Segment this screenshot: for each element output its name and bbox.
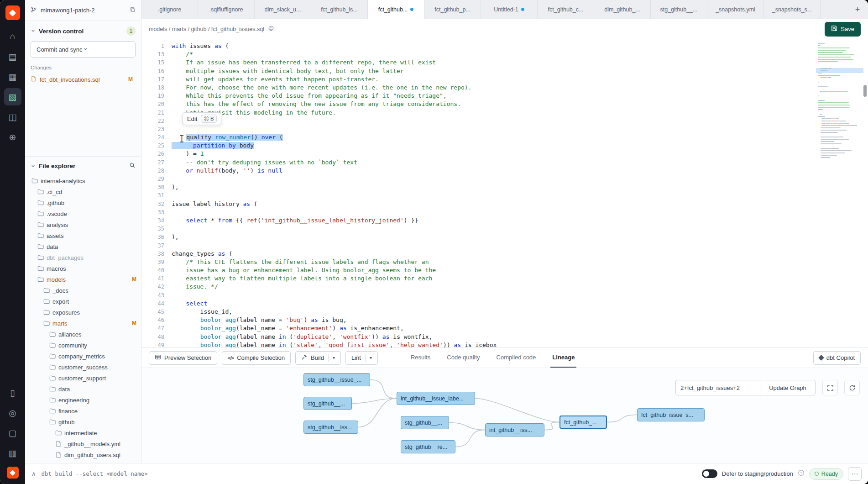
compile-selection-button[interactable]: </> Compile Selection <box>222 351 291 365</box>
code-line[interactable]: 21 Let's revisit this modeling in the fu… <box>141 109 814 117</box>
code-line[interactable]: 38change_types as ( <box>141 250 814 258</box>
status-badge[interactable]: Ready <box>809 468 843 480</box>
tree-item[interactable]: company_metrics <box>25 351 141 362</box>
code-line[interactable]: 19 While this prevents the old issue fro… <box>141 92 814 100</box>
editor-tab[interactable]: dim_slack_u... <box>255 0 311 19</box>
editor-tab[interactable]: .gitignore <box>141 0 198 19</box>
lineage-node[interactable]: stg_github__... <box>303 397 352 410</box>
dbt-copilot-button[interactable]: dbt Copilot <box>813 351 861 365</box>
develop-icon[interactable]: ▧ <box>4 88 21 105</box>
editor-tab[interactable]: _snapshots.yml <box>707 0 764 19</box>
lineage-node[interactable]: stg_github__re... <box>401 440 455 453</box>
version-control-header[interactable]: Version control 1 <box>31 26 136 36</box>
explore-icon[interactable]: ⊕ <box>4 128 21 146</box>
tree-item[interactable]: _docs <box>25 285 141 296</box>
deploy-icon[interactable]: ◫ <box>4 108 21 126</box>
tree-item[interactable]: export <box>25 296 141 307</box>
tree-item[interactable]: _github__models.yml <box>25 438 141 449</box>
editor-tab[interactable]: _snapshots_s... <box>764 0 821 19</box>
commit-and-sync-button[interactable]: Commit and sync <box>31 41 136 58</box>
fullscreen-button[interactable] <box>822 380 838 395</box>
lineage-node[interactable]: stg_github__... <box>401 416 449 429</box>
lineage-node[interactable]: int_github__issue_labe... <box>397 392 475 405</box>
code-line[interactable]: 22 <box>141 117 814 125</box>
panel-tab-results[interactable]: Results <box>409 348 432 368</box>
preview-selection-button[interactable]: Preview Selection <box>149 351 217 365</box>
code-line[interactable]: 26 ) = 1 <box>141 150 814 158</box>
file-explorer-header[interactable]: File explorer <box>25 156 141 175</box>
lineage-node[interactable]: int_github__iss... <box>485 423 544 437</box>
code-line[interactable]: 23 <box>141 125 814 133</box>
code-line[interactable]: 25 partition by body <box>141 142 814 150</box>
tree-item[interactable]: exposures <box>25 307 141 318</box>
lineage-node[interactable]: fct_github_... <box>559 416 607 429</box>
code-line[interactable]: 1with issues as ( <box>141 42 814 50</box>
tree-item[interactable]: data <box>25 384 141 395</box>
tree-item[interactable]: analysis <box>25 219 141 230</box>
code-line[interactable]: 33 <box>141 208 814 216</box>
tree-item[interactable]: intermediate <box>25 427 141 438</box>
code-line[interactable]: 24 qualify row_number() over ( <box>141 133 814 142</box>
code-line[interactable]: 17 will get updates for events that happ… <box>141 75 814 84</box>
edit-tooltip[interactable]: Edit ⌘ B <box>183 112 221 125</box>
editor-tab[interactable]: dim_github_... <box>594 0 651 19</box>
home-icon[interactable]: ⌂ <box>4 28 21 45</box>
editor-tab[interactable]: Untitled-1 <box>481 0 538 19</box>
apps-icon[interactable]: ▥ <box>4 444 21 462</box>
lineage-node[interactable]: stg_github__iss... <box>303 421 358 434</box>
save-button[interactable]: Save <box>825 22 861 37</box>
tree-item[interactable]: customer_support <box>25 373 141 384</box>
tree-item[interactable]: engineering <box>25 395 141 405</box>
dashboard-icon[interactable]: ▦ <box>4 68 21 85</box>
command-input[interactable]: dbt build --select <model_name> <box>42 470 148 477</box>
defer-toggle[interactable] <box>702 469 717 478</box>
code-line[interactable]: 18 For now, choose the one with more rec… <box>141 84 814 92</box>
code-line[interactable]: 36), <box>141 233 814 241</box>
editor-tab[interactable]: .sqlfluffignore <box>198 0 255 19</box>
code-line[interactable]: 15 If an issue has been transferred to a… <box>141 58 814 67</box>
tree-item[interactable]: .vscode <box>25 208 141 219</box>
tree-item[interactable]: dbt_packages <box>25 252 141 263</box>
tree-item[interactable]: customer_success <box>25 362 141 373</box>
code-line[interactable]: 39 /* This CTE flattens the different is… <box>141 258 814 266</box>
code-line[interactable]: 47 boolor_agg(label_name = 'enhancement'… <box>141 324 814 332</box>
notebook-icon[interactable]: ▯ <box>4 384 21 401</box>
lineage-node[interactable]: stg_github__issue_... <box>303 373 370 386</box>
branch-row[interactable]: mirnawong1-patch-2 <box>25 0 141 21</box>
tree-item[interactable]: alliances <box>25 329 141 340</box>
tree-item[interactable]: github <box>25 416 141 427</box>
code-line[interactable]: 43 <box>141 291 814 300</box>
tree-item[interactable]: .ci_cd <box>25 186 141 197</box>
editor-tab[interactable]: fct_github... <box>368 0 424 19</box>
tree-item[interactable]: internal-analytics <box>25 175 141 186</box>
changed-file-row[interactable]: fct_dbt_invocations.sql M <box>31 74 136 85</box>
support-icon[interactable]: ◎ <box>4 404 21 421</box>
new-tab-button[interactable]: + <box>852 4 863 16</box>
code-line[interactable]: 44 select <box>141 300 814 308</box>
tree-item[interactable]: macros <box>25 263 141 274</box>
code-line[interactable]: 37 <box>141 242 814 250</box>
code-line[interactable]: 45 issue_id, <box>141 308 814 316</box>
tree-item[interactable]: data <box>25 241 141 252</box>
lint-button[interactable]: Lint ▾ <box>345 351 378 365</box>
breadcrumb-action-icon[interactable] <box>268 25 274 33</box>
panel-tab-code-quality[interactable]: Code quality <box>445 348 481 368</box>
editor-tab[interactable]: stg_github__... <box>651 0 707 19</box>
code-line[interactable]: 13 /* <box>141 50 814 58</box>
editor-tab[interactable]: fct_github_c... <box>538 0 594 19</box>
code-line[interactable]: 48 boolor_agg(label_name in ('duplicate'… <box>141 333 814 341</box>
code-line[interactable]: 32issue_label_history as ( <box>141 200 814 208</box>
code-line[interactable]: 34 select * from {{ ref('int_github__iss… <box>141 216 814 225</box>
code-line[interactable]: 41 easiest way to flatten multiple label… <box>141 274 814 283</box>
tree-item[interactable]: modelsM <box>25 274 141 285</box>
editor-tab[interactable]: fct_github_p... <box>424 0 481 19</box>
code-line[interactable]: 29 <box>141 175 814 183</box>
update-graph-button[interactable]: Update Graph <box>760 380 816 395</box>
dbt-logo[interactable] <box>5 5 20 20</box>
editor-scrollbar-thumb[interactable] <box>863 85 867 97</box>
tree-item[interactable]: finance <box>25 405 141 416</box>
code-line[interactable]: 46 boolor_agg(label_name = 'bug') as is_… <box>141 316 814 324</box>
search-icon[interactable] <box>129 162 136 170</box>
tree-item[interactable]: dim_github_users.sql <box>25 449 141 460</box>
code-line[interactable]: 40 issue has a bug or enhancement label.… <box>141 266 814 274</box>
